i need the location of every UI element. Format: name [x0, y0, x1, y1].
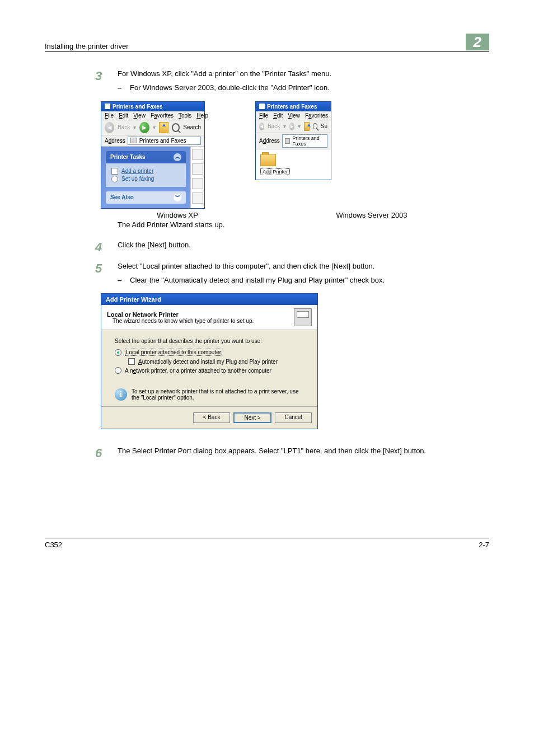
forward-icon[interactable]: ► [289, 123, 294, 130]
address-label: Address [105, 138, 125, 144]
dialog-heading: Local or Network Printer [107, 311, 294, 318]
menu-file[interactable]: File [259, 112, 268, 119]
content-pane [190, 147, 204, 208]
auto-detect-checkbox[interactable]: Automatically detect and install my Plug… [115, 358, 304, 365]
window-titlebar: Printers and Faxes [101, 102, 204, 111]
window-title: Printers and Faxes [267, 104, 317, 110]
menu-edit[interactable]: Edit [119, 112, 128, 119]
menu-file[interactable]: File [105, 112, 114, 119]
forward-icon[interactable]: ► [139, 122, 149, 133]
step-6: 6 The Select Printer Port dialog box app… [95, 446, 489, 459]
server-printers-window: Printers and Faxes File Edit View Favori… [255, 101, 331, 180]
address-value: Printers and Faxes [292, 135, 325, 147]
setup-faxing-label: Set up faxing [121, 176, 154, 182]
printer-tasks-heading: Printer Tasks [110, 154, 146, 160]
printer-item-icon[interactable] [192, 178, 203, 189]
see-also-label: See Also [110, 194, 134, 200]
window-icon [105, 104, 110, 109]
printer-icon [130, 138, 137, 143]
screenshot-captions: Windows XP Windows Server 2003 [101, 211, 489, 219]
step-text: The Select Printer Port dialog box appea… [118, 446, 489, 457]
menu-edit[interactable]: Edit [273, 112, 283, 119]
see-also-panel[interactable]: See Also ︾ [106, 191, 186, 204]
local-printer-radio[interactable]: Local printer attached to this computer [115, 349, 304, 356]
next-button[interactable]: Next > [233, 412, 271, 423]
content-pane: Add Printer [256, 149, 331, 180]
menu-favorites[interactable]: Favorites [151, 112, 174, 119]
menu-view[interactable]: View [133, 112, 146, 119]
printer-item-icon[interactable] [192, 163, 203, 175]
printer-item-icon[interactable] [192, 149, 203, 160]
footer-model: C352 [45, 541, 479, 549]
menu-view[interactable]: View [288, 112, 300, 119]
printer-icon [294, 308, 312, 326]
window-titlebar: Printers and Faxes [256, 102, 331, 111]
fax-icon [111, 176, 118, 182]
search-icon[interactable] [313, 123, 317, 129]
menu-tools[interactable]: Tools [179, 112, 191, 119]
step-number: 5 [95, 261, 118, 286]
network-printer-radio[interactable]: A network printer, or a printer attached… [115, 367, 304, 374]
info-text: To set up a network printer that is not … [132, 388, 304, 401]
cancel-button[interactable]: Cancel [275, 412, 312, 423]
add-printer-icon [111, 168, 118, 175]
page-footer: C352 2-7 [45, 538, 489, 549]
back-icon[interactable]: ◄ [259, 123, 264, 130]
address-label: Address [259, 138, 280, 144]
info-icon: i [115, 388, 127, 401]
dialog-titlebar: Add Printer Wizard [101, 294, 317, 305]
address-field[interactable]: Printers and Faxes [128, 137, 201, 145]
bullet-dash: – [118, 275, 130, 286]
folder-up-icon[interactable] [304, 122, 310, 131]
setup-faxing-link[interactable]: Set up faxing [111, 176, 180, 182]
step-sub-text: Clear the "Automatically detect and inst… [130, 275, 489, 286]
radio-icon [115, 349, 121, 356]
step-4: 4 Click the [Next] button. [95, 240, 489, 253]
add-printer-link[interactable]: Add a printer [111, 168, 180, 175]
printer-icon [285, 138, 291, 144]
collapse-icon[interactable]: ︽ [174, 153, 181, 161]
step-text: Click the [Next] button. [118, 240, 489, 251]
step-3: 3 For Windows XP, click "Add a printer" … [95, 69, 489, 93]
step-number: 3 [95, 69, 118, 93]
folder-up-icon[interactable] [159, 122, 168, 133]
step-text: Select "Local printer attached to this c… [118, 261, 489, 272]
footer-page-number: 2-7 [479, 541, 489, 549]
search-icon[interactable] [172, 123, 180, 132]
back-label: Back [268, 123, 280, 129]
caption-xp: Windows XP [101, 211, 254, 219]
dialog-footer: < Back Next > Cancel [101, 406, 317, 429]
step-text: For Windows XP, click "Add a printer" on… [118, 69, 489, 79]
back-label: Back [118, 124, 130, 130]
back-icon[interactable]: ◄ [105, 122, 114, 133]
step-sub-text: For Windows Server 2003, double-click th… [130, 83, 489, 93]
checkbox-icon [128, 358, 135, 365]
header-title: Installing the printer driver [45, 42, 466, 50]
info-note: i To set up a network printer that is no… [115, 388, 304, 401]
step-number: 4 [95, 240, 118, 253]
step-number: 6 [95, 446, 118, 459]
address-field[interactable]: Printers and Faxes [282, 134, 327, 148]
window-title: Printers and Faxes [113, 104, 162, 110]
search-label: Search [183, 124, 201, 130]
printer-item-icon[interactable] [192, 192, 203, 204]
wizard-startup-text: The Add Printer Wizard starts up. [118, 220, 489, 229]
menu-help[interactable]: Help [196, 112, 208, 119]
menu-favorites[interactable]: Favorites [305, 112, 328, 119]
menu-bar: File Edit View Favorites Tools Help [101, 111, 204, 120]
back-button[interactable]: < Back [193, 412, 230, 423]
toolbar: ◄ Back ▾ ► ▾ Se [256, 120, 331, 133]
add-printer-wizard-dialog: Add Printer Wizard Local or Network Prin… [101, 293, 318, 429]
add-printer-label[interactable]: Add Printer [260, 168, 290, 175]
chapter-number: 2 [466, 34, 489, 50]
window-icon [259, 104, 265, 109]
toolbar: ◄ Back ▾ ► ▾ Search [101, 120, 204, 135]
radio-icon [115, 367, 121, 374]
dialog-prompt: Select the option that describes the pri… [115, 338, 304, 344]
address-bar: Address Printers and Faxes [256, 133, 331, 149]
add-printer-icon[interactable] [260, 154, 276, 166]
expand-icon: ︾ [174, 194, 181, 201]
dialog-body: Select the option that describes the pri… [101, 330, 317, 406]
add-printer-label: Add a printer [121, 168, 153, 174]
xp-printers-window: Printers and Faxes File Edit View Favori… [101, 101, 205, 209]
